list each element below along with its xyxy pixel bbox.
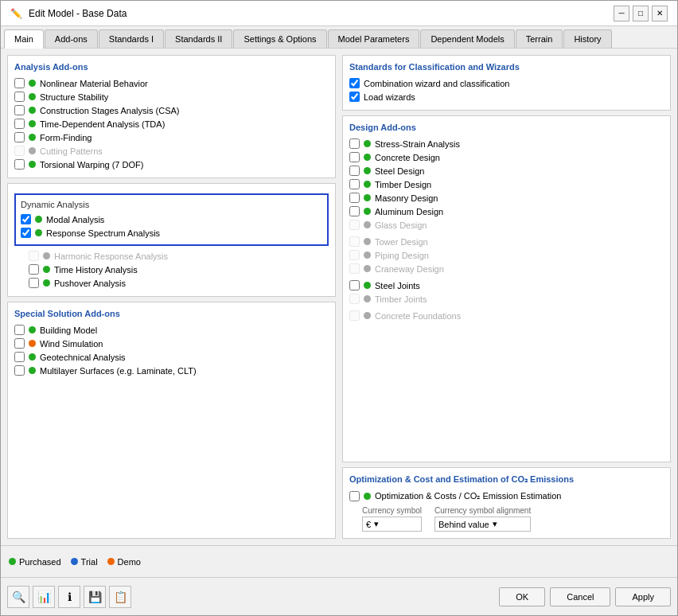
trial-legend: Trial bbox=[71, 557, 98, 567]
csa-dot bbox=[29, 107, 36, 114]
cutting-patterns-checkbox[interactable] bbox=[14, 146, 25, 156]
info-button[interactable]: ℹ bbox=[58, 586, 80, 608]
csa-checkbox[interactable] bbox=[14, 105, 25, 115]
tower-design-checkbox[interactable] bbox=[349, 236, 360, 247]
tab-terrain[interactable]: Terrain bbox=[516, 29, 563, 48]
optimization-costs-checkbox[interactable] bbox=[349, 491, 360, 501]
time-history-dot bbox=[43, 266, 50, 273]
design-addons-section: Design Add-ons Stress-Strain Analysis Co… bbox=[342, 115, 671, 462]
table-button[interactable]: 📊 bbox=[33, 586, 55, 608]
nonlinear-label: Nonlinear Material Behavior bbox=[40, 79, 148, 88]
pushover-checkbox[interactable] bbox=[29, 278, 39, 288]
torsional-dot bbox=[29, 161, 36, 168]
tda-dot bbox=[29, 120, 36, 127]
aluminum-design-checkbox[interactable] bbox=[349, 206, 360, 216]
multilayer-item: Multilayer Surfaces (e.g. Laminate, CLT) bbox=[14, 364, 329, 377]
optimization-section: Optimization & Cost and Estimation of CO… bbox=[342, 467, 671, 539]
aluminum-design-label: Aluminum Design bbox=[375, 207, 443, 216]
save-button[interactable]: 💾 bbox=[84, 586, 106, 608]
glass-design-checkbox[interactable] bbox=[349, 220, 360, 230]
tab-main[interactable]: Main bbox=[4, 29, 44, 49]
timber-design-checkbox[interactable] bbox=[349, 179, 360, 189]
search-button[interactable]: 🔍 bbox=[7, 586, 29, 608]
currency-alignment-select[interactable]: Behind value ▾ bbox=[434, 517, 531, 532]
close-button[interactable]: ✕ bbox=[652, 6, 668, 21]
tab-addons[interactable]: Add-ons bbox=[45, 29, 98, 48]
ok-button[interactable]: OK bbox=[499, 587, 545, 606]
modal-checkbox[interactable] bbox=[21, 214, 31, 224]
multilayer-dot bbox=[29, 367, 36, 374]
piping-design-checkbox[interactable] bbox=[349, 250, 360, 260]
tab-bar: Main Add-ons Standards I Standards II Se… bbox=[1, 26, 677, 49]
combination-wizard-checkbox[interactable] bbox=[349, 78, 360, 88]
wind-simulation-checkbox[interactable] bbox=[14, 338, 25, 349]
response-spectrum-checkbox[interactable] bbox=[21, 228, 31, 238]
tower-design-label: Tower Design bbox=[375, 237, 428, 247]
time-history-checkbox[interactable] bbox=[29, 264, 39, 275]
response-spectrum-dot bbox=[35, 229, 42, 236]
timber-joints-label: Timber Joints bbox=[375, 294, 427, 304]
special-solution-title: Special Solution Add-ons bbox=[14, 309, 329, 318]
analysis-addons-title: Analysis Add-ons bbox=[14, 62, 329, 72]
tab-standards1[interactable]: Standards I bbox=[99, 29, 164, 48]
concrete-design-checkbox[interactable] bbox=[349, 152, 360, 162]
building-model-checkbox[interactable] bbox=[14, 325, 25, 335]
tda-item: Time-Dependent Analysis (TDA) bbox=[14, 117, 329, 131]
piping-design-item: Piping Design bbox=[349, 248, 664, 262]
concrete-design-item: Concrete Design bbox=[349, 150, 664, 164]
copy-button[interactable]: 📋 bbox=[109, 586, 131, 608]
cancel-button[interactable]: Cancel bbox=[550, 587, 610, 606]
stress-strain-checkbox[interactable] bbox=[349, 138, 360, 149]
torsional-label: Torsional Warping (7 DOF) bbox=[40, 160, 143, 170]
minimize-button[interactable]: ─ bbox=[614, 6, 629, 21]
tab-standards2[interactable]: Standards II bbox=[165, 29, 232, 48]
aluminum-design-item: Aluminum Design bbox=[349, 205, 664, 218]
masonry-design-checkbox[interactable] bbox=[349, 193, 360, 203]
masonry-design-dot bbox=[364, 194, 371, 201]
currency-symbol-select[interactable]: € ▾ bbox=[362, 517, 422, 532]
steel-joints-checkbox[interactable] bbox=[349, 280, 360, 290]
form-finding-checkbox[interactable] bbox=[14, 132, 25, 142]
form-finding-label: Form-Finding bbox=[40, 133, 92, 142]
cutting-patterns-label: Cutting Patterns bbox=[40, 146, 103, 156]
form-finding-item: Form-Finding bbox=[14, 131, 329, 144]
timber-joints-checkbox[interactable] bbox=[349, 294, 360, 304]
building-model-label: Building Model bbox=[40, 326, 97, 335]
pushover-item: Pushover Analysis bbox=[14, 276, 329, 290]
apply-button[interactable]: Apply bbox=[615, 587, 671, 606]
torsional-checkbox[interactable] bbox=[14, 159, 25, 170]
steel-design-checkbox[interactable] bbox=[349, 166, 360, 176]
glass-design-item: Glass Design bbox=[349, 218, 664, 232]
purchased-dot bbox=[9, 558, 16, 565]
tab-dependent[interactable]: Dependent Models bbox=[420, 29, 514, 48]
currency-alignment-chevron: ▾ bbox=[493, 519, 497, 529]
nonlinear-checkbox[interactable] bbox=[14, 78, 25, 88]
timber-design-label: Timber Design bbox=[375, 180, 431, 189]
glass-design-dot bbox=[364, 221, 371, 228]
timber-design-dot bbox=[364, 181, 371, 188]
steel-joints-item: Steel Joints bbox=[349, 279, 664, 292]
masonry-design-label: Masonry Design bbox=[375, 193, 438, 203]
timber-joints-dot bbox=[364, 295, 371, 302]
concrete-foundations-item: Concrete Foundations bbox=[349, 309, 664, 322]
tab-history[interactable]: History bbox=[563, 29, 611, 48]
harmonic-checkbox[interactable] bbox=[29, 251, 39, 261]
window-title: Edit Model - Base Data bbox=[29, 8, 127, 19]
response-spectrum-item: Response Spectrum Analysis bbox=[21, 226, 322, 240]
craneway-design-checkbox[interactable] bbox=[349, 263, 360, 274]
craneway-design-label: Craneway Design bbox=[375, 264, 444, 274]
time-history-item: Time History Analysis bbox=[14, 263, 329, 276]
structure-stability-checkbox[interactable] bbox=[14, 92, 25, 102]
tab-model-params[interactable]: Model Parameters bbox=[328, 29, 420, 48]
geotechnical-checkbox[interactable] bbox=[14, 352, 25, 362]
cutting-patterns-item: Cutting Patterns bbox=[14, 144, 329, 158]
tda-checkbox[interactable] bbox=[14, 119, 25, 129]
tab-settings[interactable]: Settings & Options bbox=[233, 29, 326, 48]
concrete-design-dot bbox=[364, 154, 371, 161]
maximize-button[interactable]: □ bbox=[633, 6, 649, 21]
masonry-design-item: Masonry Design bbox=[349, 191, 664, 205]
building-model-dot bbox=[29, 326, 36, 333]
multilayer-checkbox[interactable] bbox=[14, 365, 25, 376]
concrete-foundations-checkbox[interactable] bbox=[349, 310, 360, 321]
load-wizards-checkbox[interactable] bbox=[349, 92, 360, 102]
